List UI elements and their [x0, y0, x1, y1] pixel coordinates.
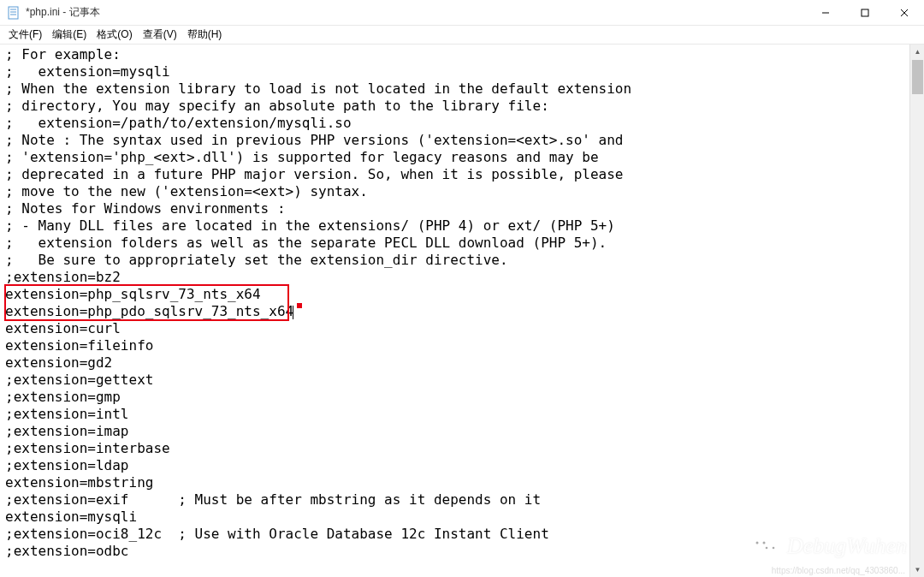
- menu-help[interactable]: 帮助(H): [182, 26, 228, 44]
- scroll-down-arrow[interactable]: ▼: [910, 562, 924, 577]
- menu-file[interactable]: 文件(F): [3, 26, 47, 44]
- text-line: ;extension=ldap: [5, 457, 129, 473]
- text-line: ; - Many DLL files are located in the ex…: [5, 217, 615, 234]
- minimize-button[interactable]: [806, 0, 845, 25]
- text-line: extension=mysqli: [5, 509, 137, 525]
- text-line: ; When the extension library to load is …: [5, 80, 631, 97]
- text-line: ;extension=gettext: [5, 372, 153, 388]
- text-line: ;extension=odbc: [5, 543, 129, 559]
- text-caret: [293, 306, 293, 319]
- close-button[interactable]: [885, 0, 924, 25]
- text-line: ; For example:: [5, 46, 121, 62]
- text-line: ; extension=/path/to/extension/mysqli.so: [5, 115, 352, 131]
- text-line: ; directory, You may specify an absolute…: [5, 98, 549, 114]
- text-line: ; extension=mysqli: [5, 63, 170, 80]
- svg-rect-0: [9, 7, 18, 19]
- text-line: ;extension=interbase: [5, 440, 170, 456]
- text-line: ; Note : The syntax used in previous PHP…: [5, 132, 623, 148]
- notepad-icon: [7, 6, 21, 20]
- text-line: ; 'extension='php_<ext>.dll') is support…: [5, 149, 599, 165]
- text-line: ;extension=gmp: [5, 389, 121, 405]
- text-line: ; Notes for Windows environments :: [5, 200, 286, 217]
- text-line: extension=fileinfo: [5, 337, 153, 354]
- text-line: ; Be sure to appropriately set the exten…: [5, 252, 508, 268]
- text-line: extension=mbstring: [5, 474, 153, 491]
- text-line: ; extension folders as well as the separ…: [5, 235, 607, 251]
- menu-bar: 文件(F) 编辑(E) 格式(O) 查看(V) 帮助(H): [0, 26, 924, 45]
- text-line: ; deprecated in a future PHP major versi…: [5, 166, 623, 182]
- menu-view[interactable]: 查看(V): [138, 26, 182, 44]
- text-line: extension=curl: [5, 320, 121, 336]
- scroll-up-arrow[interactable]: ▲: [910, 45, 924, 59]
- menu-edit[interactable]: 编辑(E): [47, 26, 92, 44]
- vertical-scrollbar[interactable]: ▲ ▼: [909, 45, 924, 577]
- text-line: ;extension=intl: [5, 406, 129, 422]
- text-line: ;extension=exif ; Must be after mbstring…: [5, 491, 541, 508]
- text-line: extension=gd2: [5, 354, 112, 371]
- menu-format[interactable]: 格式(O): [92, 26, 137, 44]
- window-title: *php.ini - 记事本: [26, 5, 806, 20]
- text-line: ;extension=oci8_12c ; Use with Oracle Da…: [5, 526, 549, 542]
- text-line: ;extension=bz2: [5, 269, 121, 285]
- scroll-thumb[interactable]: [912, 60, 923, 94]
- text-content[interactable]: ; For example: ; extension=mysqli ; When…: [0, 45, 924, 562]
- text-line: ;extension=imap: [5, 423, 129, 439]
- text-line: extension=php_pdo_sqlsrv_73_nts_x64: [5, 303, 293, 319]
- maximize-button[interactable]: [845, 0, 885, 25]
- title-bar: *php.ini - 记事本: [0, 0, 924, 26]
- editor-area[interactable]: ; For example: ; extension=mysqli ; When…: [0, 45, 924, 577]
- svg-rect-5: [862, 9, 868, 16]
- window-controls: [806, 0, 924, 25]
- text-line: extension=php_sqlsrv_73_nts_x64: [5, 286, 261, 302]
- annotation-anchor: [297, 303, 302, 308]
- text-line: ; move to the new ('extension=<ext>) syn…: [5, 183, 368, 199]
